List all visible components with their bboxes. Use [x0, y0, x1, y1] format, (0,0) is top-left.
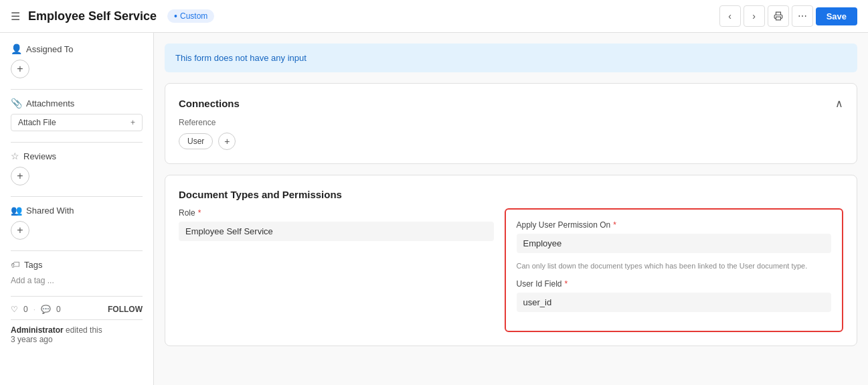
attach-file-button[interactable]: Attach File + [11, 114, 143, 131]
apply-permission-value: Employee [517, 234, 832, 253]
content-area: This form does not have any input Connec… [154, 33, 868, 385]
print-button[interactable] [768, 5, 789, 27]
attachments-label: Attachments [26, 98, 74, 108]
attach-plus-icon: + [131, 118, 135, 127]
connections-collapse-button[interactable]: ∧ [835, 97, 843, 110]
reviews-section: ☆ Reviews + [11, 151, 143, 185]
permission-hint: Can only list down the document types wh… [517, 261, 832, 271]
reference-label: Reference [179, 118, 843, 127]
assigned-to-label: Assigned To [26, 44, 74, 54]
connections-title: Connections [179, 98, 240, 109]
likes-count: 0 [23, 305, 28, 314]
editor-action: edited this [66, 325, 102, 335]
follow-button[interactable]: FOLLOW [108, 305, 143, 314]
svg-rect-0 [776, 17, 780, 20]
star-icon: ☆ [11, 151, 19, 161]
add-tag-input[interactable]: Add a tag ... [11, 276, 54, 285]
tag-icon: 🏷 [11, 259, 20, 270]
more-button[interactable]: ⋯ [792, 5, 813, 27]
apply-permission-required: * [613, 220, 616, 230]
apply-permission-label: Apply User Permission On [517, 220, 611, 230]
shared-with-add-button[interactable]: + [11, 221, 29, 240]
editor-name: Administrator [11, 325, 64, 335]
editor-info: Administrator edited this 3 years ago [11, 325, 143, 344]
user-id-required: * [565, 279, 568, 289]
role-required: * [198, 208, 201, 218]
sidebar: 👤 Assigned To + 📎 Attachments Attach Fil… [0, 33, 154, 385]
prev-button[interactable]: ‹ [719, 5, 741, 27]
attachments-section: 📎 Attachments Attach File + [11, 98, 143, 131]
activity-row: ♡ 0 · 💬 0 FOLLOW [11, 305, 143, 314]
tags-label: Tags [24, 260, 42, 270]
assigned-to-add-button[interactable]: + [11, 60, 29, 78]
role-label: Role [179, 208, 195, 218]
custom-badge: Custom [167, 9, 214, 23]
paperclip-icon: 📎 [11, 98, 22, 108]
menu-icon[interactable]: ☰ [11, 10, 20, 23]
document-types-card: Document Types and Permissions Role * Em… [165, 175, 857, 346]
assigned-to-section: 👤 Assigned To + [11, 44, 143, 78]
shared-with-section: 👥 Shared With + [11, 205, 143, 240]
page-title: Employee Self Service [28, 9, 157, 23]
editor-time: 3 years ago [11, 335, 53, 344]
comments-count: 0 [56, 305, 61, 314]
user-id-value: user_id [517, 293, 832, 312]
tags-section: 🏷 Tags Add a tag ... [11, 259, 143, 285]
user-id-label: User Id Field [517, 279, 562, 289]
info-banner: This form does not have any input [165, 44, 857, 72]
connections-card: Connections ∧ Reference User + [165, 83, 857, 164]
reviews-add-button[interactable]: + [11, 167, 29, 185]
reference-add-button[interactable]: + [218, 133, 236, 150]
save-button[interactable]: Save [816, 7, 857, 25]
next-button[interactable]: › [744, 5, 765, 27]
role-section: Role * Employee Self Service [179, 208, 494, 332]
shared-with-label: Shared With [26, 206, 74, 216]
user-tag: User [179, 133, 213, 149]
comment-icon: 💬 [41, 305, 51, 314]
role-value: Employee Self Service [179, 222, 494, 241]
user-icon: 👤 [11, 44, 22, 54]
users-icon: 👥 [11, 205, 22, 216]
reviews-label: Reviews [23, 151, 56, 161]
document-types-title: Document Types and Permissions [179, 189, 342, 200]
like-icon: ♡ [11, 305, 18, 314]
permissions-section: Apply User Permission On * Employee Can … [505, 208, 844, 332]
